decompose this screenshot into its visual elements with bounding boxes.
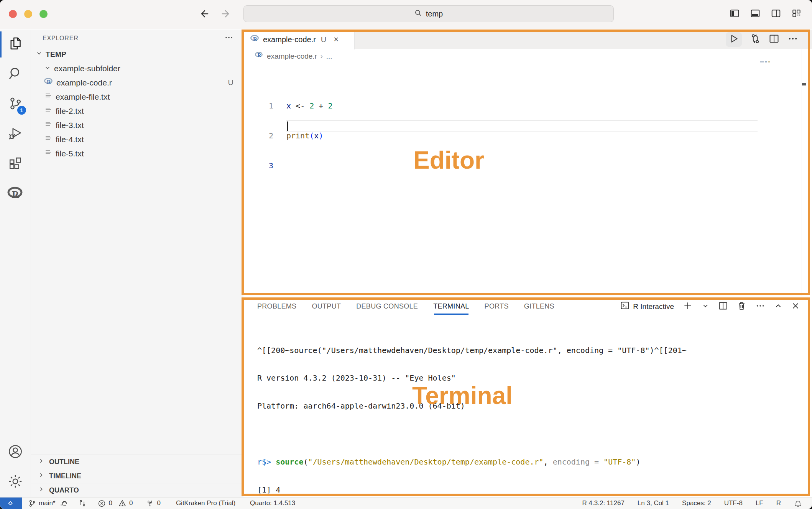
folder-row-temp[interactable]: TEMP xyxy=(31,47,243,61)
file-tree: TEMP example-subfolder R example-code.r … xyxy=(31,47,243,161)
activity-explorer[interactable] xyxy=(0,30,31,59)
activity-run-debug[interactable] xyxy=(0,119,31,149)
gitlens-compare[interactable] xyxy=(79,499,86,507)
panel: PROBLEMS OUTPUT DEBUG CONSOLE TERMINAL P… xyxy=(243,296,812,497)
overview-ruler[interactable] xyxy=(802,49,802,296)
tab-gitlens[interactable]: GITLENS xyxy=(524,296,554,317)
breadcrumb-separator-icon: › xyxy=(321,53,323,60)
activity-r-extension[interactable]: R xyxy=(0,179,31,209)
minimap[interactable] xyxy=(760,61,770,62)
file-row[interactable]: file-5.txt xyxy=(31,146,243,161)
chevron-right-icon xyxy=(38,486,44,494)
file-row[interactable]: R example-code.r U xyxy=(31,76,243,90)
tab-debug-console[interactable]: DEBUG CONSOLE xyxy=(356,296,418,317)
toggle-secondary-sidebar-icon[interactable] xyxy=(771,8,781,18)
remote-indicator[interactable] xyxy=(0,498,22,509)
tab-output[interactable]: OUTPUT xyxy=(312,296,341,317)
text-file-icon xyxy=(44,120,53,130)
activity-search[interactable] xyxy=(0,59,31,89)
tab-problems[interactable]: PROBLEMS xyxy=(257,296,296,317)
toggle-primary-sidebar-icon[interactable] xyxy=(729,8,740,18)
close-panel-icon[interactable] xyxy=(791,302,800,312)
more-actions-icon[interactable] xyxy=(224,33,233,44)
compare-icon xyxy=(79,499,86,507)
ports-status[interactable]: 0 xyxy=(146,499,160,507)
titlebar: temp xyxy=(0,0,812,29)
folder-row[interactable]: example-subfolder xyxy=(31,61,243,76)
r-file-icon: R xyxy=(250,34,260,45)
activity-extensions[interactable] xyxy=(0,149,31,179)
cursor-position-status[interactable]: Ln 3, Col 1 xyxy=(638,499,669,507)
eol-status[interactable]: LF xyxy=(756,499,763,507)
editor-group: R example-code.r U × xyxy=(243,30,812,296)
chevron-down-icon[interactable] xyxy=(702,302,709,311)
git-untracked-badge: U xyxy=(228,78,233,87)
current-line-highlight xyxy=(286,120,758,132)
open-changes-icon[interactable] xyxy=(750,33,761,46)
quarto-status[interactable]: Quarto: 1.4.513 xyxy=(250,499,295,507)
git-branch-status[interactable]: main* xyxy=(28,499,69,507)
code-line: 1x <- 2 + 2 xyxy=(243,100,812,112)
activity-accounts[interactable] xyxy=(0,437,31,467)
section-timeline[interactable]: TIMELINE xyxy=(31,469,243,483)
file-label: file-3.txt xyxy=(56,121,84,130)
language-mode-status[interactable]: R xyxy=(776,499,781,507)
notifications-bell-icon[interactable] xyxy=(794,499,802,507)
chevron-right-icon xyxy=(38,472,44,480)
back-icon[interactable] xyxy=(199,8,210,20)
r-file-icon: R xyxy=(255,51,263,61)
file-row[interactable]: file-4.txt xyxy=(31,132,243,146)
maximize-window-button[interactable] xyxy=(39,10,48,18)
maximize-panel-icon[interactable] xyxy=(774,302,782,312)
activity-settings[interactable] xyxy=(0,467,31,497)
problems-status[interactable]: 0 0 xyxy=(98,499,133,507)
terminal-shell-selector[interactable]: R Interactive xyxy=(620,301,674,312)
file-row[interactable]: file-3.txt xyxy=(31,118,243,132)
tab-terminal[interactable]: TERMINAL xyxy=(433,296,469,317)
kill-terminal-icon[interactable] xyxy=(737,301,746,312)
section-outline[interactable]: OUTLINE xyxy=(31,455,243,469)
toggle-panel-icon[interactable] xyxy=(750,8,761,18)
command-center-search[interactable]: temp xyxy=(243,5,614,22)
tab-ports[interactable]: PORTS xyxy=(485,296,509,317)
terminal-output[interactable]: ^[[200~source("/Users/matthewdehaven/Des… xyxy=(243,317,812,509)
file-row[interactable]: file-2.txt xyxy=(31,104,243,118)
search-text: temp xyxy=(426,10,443,18)
minimize-window-button[interactable] xyxy=(24,10,32,18)
r-version-status[interactable]: R 4.3.2: 11267 xyxy=(582,499,625,507)
file-row[interactable]: example-file.txt xyxy=(31,90,243,104)
encoding-status[interactable]: UTF-8 xyxy=(724,499,743,507)
split-terminal-icon[interactable] xyxy=(718,301,728,312)
tab-example-code[interactable]: R example-code.r U × xyxy=(243,30,355,49)
sync-changes-icon[interactable] xyxy=(60,499,69,507)
line-number: 2 xyxy=(243,131,286,140)
file-label: file-4.txt xyxy=(56,135,84,144)
more-actions-icon[interactable] xyxy=(787,33,798,46)
svg-text:R: R xyxy=(12,189,19,200)
breadcrumb-file: example-code.r xyxy=(267,52,317,61)
line-number: 3 xyxy=(243,161,286,170)
activity-bar: 1 R xyxy=(0,30,31,497)
file-label: file-2.txt xyxy=(56,107,84,116)
customize-layout-icon[interactable] xyxy=(791,8,802,18)
terminal-line: r$> source("/Users/matthewdehaven/Deskto… xyxy=(257,457,812,466)
activity-source-control[interactable]: 1 xyxy=(0,89,31,119)
run-file-icon[interactable] xyxy=(726,32,742,47)
more-actions-icon[interactable] xyxy=(755,301,765,312)
code-editor[interactable]: 1x <- 2 + 2 2print(x) 3 xyxy=(243,63,812,190)
close-icon[interactable]: × xyxy=(334,34,339,44)
new-terminal-icon[interactable] xyxy=(683,301,693,312)
search-icon xyxy=(8,66,23,83)
tab-label: example-code.r xyxy=(263,35,316,44)
close-window-button[interactable] xyxy=(9,10,17,18)
r-logo-icon: R xyxy=(7,186,24,202)
indentation-status[interactable]: Spaces: 2 xyxy=(682,499,711,507)
account-icon xyxy=(8,444,23,461)
extensions-icon xyxy=(8,156,23,172)
forward-icon[interactable] xyxy=(220,8,231,20)
section-quarto[interactable]: QUARTO xyxy=(31,483,243,497)
split-editor-icon[interactable] xyxy=(769,33,779,46)
breadcrumb[interactable]: R example-code.r › ... xyxy=(243,49,812,63)
file-label: example-file.txt xyxy=(56,92,110,102)
gitkraken-status[interactable]: GitKraken Pro (Trial) xyxy=(176,499,235,507)
